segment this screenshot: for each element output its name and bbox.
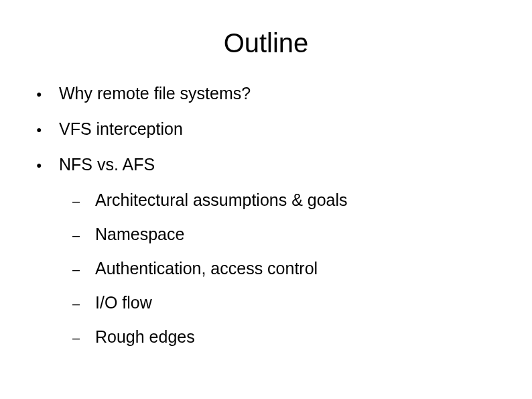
- sub-bullet-text: Rough edges: [95, 327, 195, 347]
- list-item: – I/O flow: [72, 293, 498, 312]
- list-item: – Architectural assumptions & goals: [72, 190, 498, 210]
- dash-icon: –: [72, 331, 95, 346]
- bullet-text: VFS interception: [59, 119, 183, 139]
- list-item: – Authentication, access control: [72, 259, 498, 278]
- list-item: ● Why remote file systems?: [34, 84, 498, 103]
- dash-icon: –: [72, 194, 95, 209]
- bullet-icon: ●: [36, 124, 59, 135]
- dash-icon: –: [72, 262, 95, 278]
- sub-bullet-text: Authentication, access control: [95, 259, 318, 278]
- slide-container: Outline ● Why remote file systems? ● VFS…: [0, 0, 532, 399]
- list-item: ● VFS interception: [34, 119, 498, 139]
- sub-bullet-list: – Architectural assumptions & goals – Na…: [34, 190, 498, 347]
- sub-bullet-text: I/O flow: [95, 293, 152, 312]
- dash-icon: –: [72, 228, 95, 243]
- bullet-icon: ●: [36, 160, 59, 170]
- sub-bullet-text: Architectural assumptions & goals: [95, 190, 348, 210]
- list-item: – Namespace: [72, 225, 498, 244]
- bullet-text: NFS vs. AFS: [59, 155, 155, 174]
- list-item: ● NFS vs. AFS: [34, 155, 498, 174]
- bullet-icon: ●: [36, 89, 59, 99]
- bullet-text: Why remote file systems?: [59, 84, 251, 103]
- slide-title: Outline: [34, 28, 498, 58]
- list-item: – Rough edges: [72, 327, 498, 347]
- bullet-list: ● Why remote file systems? ● VFS interce…: [34, 84, 498, 174]
- sub-bullet-text: Namespace: [95, 225, 184, 244]
- dash-icon: –: [72, 296, 95, 312]
